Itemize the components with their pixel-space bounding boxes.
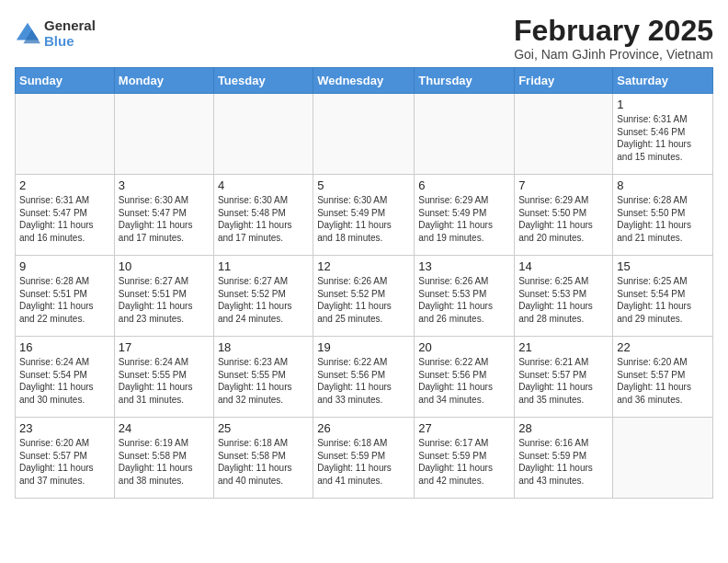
logo: General Blue [15, 18, 96, 49]
calendar-table: SundayMondayTuesdayWednesdayThursdayFrid… [15, 67, 713, 499]
day-number: 1 [617, 98, 709, 111]
day-number: 17 [119, 340, 210, 354]
day-number: 22 [617, 340, 709, 354]
day-cell: 11Sunrise: 6:27 AM Sunset: 5:52 PM Dayli… [213, 256, 313, 337]
day-cell: 20Sunrise: 6:22 AM Sunset: 5:56 PM Dayli… [415, 337, 515, 418]
day-number: 24 [119, 421, 210, 435]
day-cell [613, 418, 713, 499]
day-number: 5 [317, 178, 410, 192]
day-cell [213, 94, 313, 175]
day-info: Sunrise: 6:29 AM Sunset: 5:50 PM Dayligh… [518, 194, 609, 244]
day-cell [313, 94, 415, 175]
day-cell: 5Sunrise: 6:30 AM Sunset: 5:49 PM Daylig… [313, 175, 415, 256]
day-number: 26 [317, 421, 410, 435]
day-number: 9 [19, 259, 110, 273]
day-cell: 28Sunrise: 6:16 AM Sunset: 5:59 PM Dayli… [515, 418, 613, 499]
day-number: 4 [218, 178, 309, 192]
day-number: 16 [19, 340, 110, 354]
day-number: 12 [317, 259, 410, 273]
day-cell: 6Sunrise: 6:29 AM Sunset: 5:49 PM Daylig… [415, 175, 515, 256]
logo-icon [15, 21, 40, 47]
calendar-subtitle: Goi, Nam GJinh Province, Vietnam [514, 47, 713, 62]
day-cell [16, 94, 115, 175]
day-cell: 19Sunrise: 6:22 AM Sunset: 5:56 PM Dayli… [313, 337, 415, 418]
day-number: 7 [518, 178, 609, 192]
day-info: Sunrise: 6:29 AM Sunset: 5:49 PM Dayligh… [418, 194, 510, 244]
day-cell: 24Sunrise: 6:19 AM Sunset: 5:58 PM Dayli… [114, 418, 213, 499]
header-thursday: Thursday [415, 68, 515, 94]
day-number: 11 [218, 259, 309, 273]
header-tuesday: Tuesday [213, 68, 313, 94]
day-cell: 25Sunrise: 6:18 AM Sunset: 5:58 PM Dayli… [213, 418, 313, 499]
week-row-3: 16Sunrise: 6:24 AM Sunset: 5:54 PM Dayli… [16, 337, 713, 418]
day-info: Sunrise: 6:30 AM Sunset: 5:49 PM Dayligh… [317, 194, 410, 244]
day-info: Sunrise: 6:20 AM Sunset: 5:57 PM Dayligh… [19, 437, 110, 487]
day-number: 20 [418, 340, 510, 354]
day-cell: 7Sunrise: 6:29 AM Sunset: 5:50 PM Daylig… [515, 175, 613, 256]
week-row-0: 1Sunrise: 6:31 AM Sunset: 5:46 PM Daylig… [16, 94, 713, 175]
header-monday: Monday [114, 68, 213, 94]
day-cell: 1Sunrise: 6:31 AM Sunset: 5:46 PM Daylig… [613, 94, 713, 175]
day-number: 13 [418, 259, 510, 273]
day-info: Sunrise: 6:24 AM Sunset: 5:54 PM Dayligh… [19, 356, 110, 406]
day-number: 2 [19, 178, 110, 192]
day-cell: 15Sunrise: 6:25 AM Sunset: 5:54 PM Dayli… [613, 256, 713, 337]
day-number: 10 [119, 259, 210, 273]
logo-text: General Blue [44, 18, 96, 49]
day-number: 6 [418, 178, 510, 192]
day-cell: 22Sunrise: 6:20 AM Sunset: 5:57 PM Dayli… [613, 337, 713, 418]
day-info: Sunrise: 6:18 AM Sunset: 5:58 PM Dayligh… [218, 437, 309, 487]
day-info: Sunrise: 6:25 AM Sunset: 5:53 PM Dayligh… [518, 275, 609, 325]
day-number: 18 [218, 340, 309, 354]
day-cell: 23Sunrise: 6:20 AM Sunset: 5:57 PM Dayli… [16, 418, 115, 499]
day-number: 23 [19, 421, 110, 435]
week-row-4: 23Sunrise: 6:20 AM Sunset: 5:57 PM Dayli… [16, 418, 713, 499]
day-info: Sunrise: 6:19 AM Sunset: 5:58 PM Dayligh… [119, 437, 210, 487]
day-info: Sunrise: 6:28 AM Sunset: 5:50 PM Dayligh… [617, 194, 709, 244]
day-cell: 21Sunrise: 6:21 AM Sunset: 5:57 PM Dayli… [515, 337, 613, 418]
day-info: Sunrise: 6:16 AM Sunset: 5:59 PM Dayligh… [518, 437, 609, 487]
title-area: February 2025 Goi, Nam GJinh Province, V… [514, 15, 713, 62]
day-info: Sunrise: 6:26 AM Sunset: 5:52 PM Dayligh… [317, 275, 410, 325]
day-info: Sunrise: 6:30 AM Sunset: 5:47 PM Dayligh… [119, 194, 210, 244]
week-row-2: 9Sunrise: 6:28 AM Sunset: 5:51 PM Daylig… [16, 256, 713, 337]
day-cell: 8Sunrise: 6:28 AM Sunset: 5:50 PM Daylig… [613, 175, 713, 256]
day-number: 8 [617, 178, 709, 192]
day-cell: 3Sunrise: 6:30 AM Sunset: 5:47 PM Daylig… [114, 175, 213, 256]
day-cell [415, 94, 515, 175]
day-number: 27 [418, 421, 510, 435]
day-info: Sunrise: 6:18 AM Sunset: 5:59 PM Dayligh… [317, 437, 410, 487]
day-cell: 18Sunrise: 6:23 AM Sunset: 5:55 PM Dayli… [213, 337, 313, 418]
day-cell: 17Sunrise: 6:24 AM Sunset: 5:55 PM Dayli… [114, 337, 213, 418]
day-info: Sunrise: 6:22 AM Sunset: 5:56 PM Dayligh… [418, 356, 510, 406]
day-cell: 10Sunrise: 6:27 AM Sunset: 5:51 PM Dayli… [114, 256, 213, 337]
day-info: Sunrise: 6:23 AM Sunset: 5:55 PM Dayligh… [218, 356, 309, 406]
day-number: 15 [617, 259, 709, 273]
page-header: General Blue February 2025 Goi, Nam GJin… [15, 15, 713, 62]
day-info: Sunrise: 6:31 AM Sunset: 5:46 PM Dayligh… [617, 113, 709, 163]
day-info: Sunrise: 6:31 AM Sunset: 5:47 PM Dayligh… [19, 194, 110, 244]
day-info: Sunrise: 6:17 AM Sunset: 5:59 PM Dayligh… [418, 437, 510, 487]
calendar-title: February 2025 [514, 15, 713, 47]
day-cell: 12Sunrise: 6:26 AM Sunset: 5:52 PM Dayli… [313, 256, 415, 337]
day-number: 3 [119, 178, 210, 192]
week-row-1: 2Sunrise: 6:31 AM Sunset: 5:47 PM Daylig… [16, 175, 713, 256]
day-number: 19 [317, 340, 410, 354]
day-info: Sunrise: 6:30 AM Sunset: 5:48 PM Dayligh… [218, 194, 309, 244]
day-cell: 26Sunrise: 6:18 AM Sunset: 5:59 PM Dayli… [313, 418, 415, 499]
logo-general: General [44, 18, 96, 34]
day-cell: 13Sunrise: 6:26 AM Sunset: 5:53 PM Dayli… [415, 256, 515, 337]
day-cell: 27Sunrise: 6:17 AM Sunset: 5:59 PM Dayli… [415, 418, 515, 499]
day-number: 25 [218, 421, 309, 435]
day-number: 28 [518, 421, 609, 435]
day-info: Sunrise: 6:24 AM Sunset: 5:55 PM Dayligh… [119, 356, 210, 406]
day-number: 21 [518, 340, 609, 354]
calendar-header-row: SundayMondayTuesdayWednesdayThursdayFrid… [16, 68, 713, 94]
day-info: Sunrise: 6:25 AM Sunset: 5:54 PM Dayligh… [617, 275, 709, 325]
day-info: Sunrise: 6:21 AM Sunset: 5:57 PM Dayligh… [518, 356, 609, 406]
day-info: Sunrise: 6:27 AM Sunset: 5:52 PM Dayligh… [218, 275, 309, 325]
day-info: Sunrise: 6:26 AM Sunset: 5:53 PM Dayligh… [418, 275, 510, 325]
day-number: 14 [518, 259, 609, 273]
day-cell [515, 94, 613, 175]
day-cell: 2Sunrise: 6:31 AM Sunset: 5:47 PM Daylig… [16, 175, 115, 256]
